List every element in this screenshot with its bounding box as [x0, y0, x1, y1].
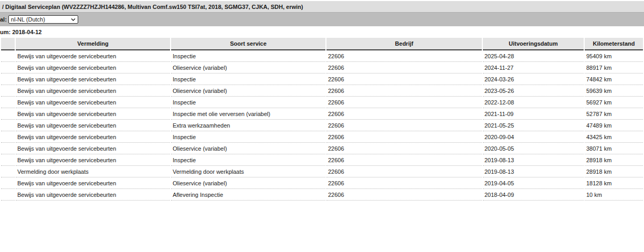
cell-uitvoeringsdatum: 2023-05-26 [483, 86, 584, 97]
row-marker-cell [1, 63, 15, 74]
cell-bedrijf: 22606 [326, 190, 482, 201]
cell-bedrijf: 22606 [326, 51, 482, 62]
language-select[interactable]: nl-NL (Dutch) [8, 15, 78, 24]
column-header-soort-service: Soort service [171, 38, 325, 50]
language-label: al: [0, 16, 7, 23]
cell-vermelding: Bewijs van uitgevoerde servicebeurten [16, 109, 170, 120]
cell-uitvoeringsdatum: 2021-05-25 [483, 121, 584, 131]
row-marker-cell [1, 155, 15, 166]
cell-uitvoeringsdatum: 2019-08-13 [483, 167, 584, 177]
table-body: Bewijs van uitgevoerde servicebeurtenIns… [1, 51, 643, 201]
cell-vermelding: Bewijs van uitgevoerde servicebeurten [16, 75, 170, 85]
table-row: Bewijs van uitgevoerde servicebeurtenOli… [1, 144, 643, 154]
table-row: Bewijs van uitgevoerde servicebeurtenIns… [1, 109, 643, 120]
table-row: Bewijs van uitgevoerde servicebeurtenIns… [1, 51, 643, 62]
cell-kilometerstand: 88917 km [585, 63, 643, 74]
cell-kilometerstand: 38071 km [585, 144, 643, 154]
cell-bedrijf: 22606 [326, 86, 482, 97]
cell-bedrijf: 22606 [326, 178, 482, 189]
column-header-vermelding: Vermelding [16, 38, 170, 50]
cell-soort_service: Vermelding door werkplaats [171, 167, 325, 177]
row-marker-cell [1, 98, 15, 108]
row-marker-cell [1, 178, 15, 189]
cell-kilometerstand: 95409 km [585, 51, 643, 62]
table-row: Bewijs van uitgevoerde servicebeurtenIns… [1, 132, 643, 143]
row-marker-cell [1, 109, 15, 120]
row-marker-cell [1, 51, 15, 62]
cell-bedrijf: 22606 [326, 75, 482, 85]
table-row: Bewijs van uitgevoerde servicebeurtenOli… [1, 178, 643, 189]
row-marker-cell [1, 190, 15, 201]
cell-uitvoeringsdatum: 2021-11-09 [483, 109, 584, 120]
report-date: um: 2018-04-12 [0, 29, 644, 35]
cell-soort_service: Inspectie [171, 132, 325, 143]
column-header-row-marker [1, 38, 15, 50]
row-marker-cell [1, 167, 15, 177]
cell-soort_service: Inspectie [171, 51, 325, 62]
cell-vermelding: Bewijs van uitgevoerde servicebeurten [16, 132, 170, 143]
cell-uitvoeringsdatum: 2025-04-28 [483, 51, 584, 62]
cell-soort_service: Olieservice (variabel) [171, 144, 325, 154]
cell-bedrijf: 22606 [326, 121, 482, 131]
row-marker-cell [1, 132, 15, 143]
cell-vermelding: Bewijs van uitgevoerde servicebeurten [16, 86, 170, 97]
cell-uitvoeringsdatum: 2019-04-05 [483, 178, 584, 189]
cell-soort_service: Extra werkzaamheden [171, 121, 325, 131]
table-row: Bewijs van uitgevoerde servicebeurtenExt… [1, 121, 643, 131]
column-header-bedrijf: Bedrijf [326, 38, 482, 50]
column-header-uitvoeringsdatum: Uitvoeringsdatum [483, 38, 584, 50]
table-header-row: VermeldingSoort serviceBedrijfUitvoering… [1, 38, 643, 50]
row-marker-cell [1, 75, 15, 85]
cell-soort_service: Inspectie [171, 155, 325, 166]
chevron-down-icon [71, 18, 76, 22]
cell-soort_service: Olieservice (variabel) [171, 63, 325, 74]
cell-bedrijf: 22606 [326, 144, 482, 154]
cell-soort_service: Inspectie met olie verversen (variabel) [171, 109, 325, 120]
column-header-kilometerstand: Kilometerstand [585, 38, 643, 50]
cell-kilometerstand: 59639 km [585, 86, 643, 97]
cell-uitvoeringsdatum: 2024-11-27 [483, 63, 584, 74]
cell-bedrijf: 22606 [326, 167, 482, 177]
table-row: Bewijs van uitgevoerde servicebeurtenOli… [1, 63, 643, 74]
table-row: Bewijs van uitgevoerde servicebeurtenIns… [1, 75, 643, 85]
cell-vermelding: Bewijs van uitgevoerde servicebeurten [16, 144, 170, 154]
cell-kilometerstand: 43425 km [585, 132, 643, 143]
language-select-value: nl-NL (Dutch) [11, 16, 45, 23]
cell-uitvoeringsdatum: 2020-05-05 [483, 144, 584, 154]
table-row: Vermelding door werkplaatsVermelding doo… [1, 167, 643, 177]
cell-soort_service: Inspectie [171, 98, 325, 108]
cell-bedrijf: 22606 [326, 63, 482, 74]
cell-soort_service: Olieservice (variabel) [171, 86, 325, 97]
cell-kilometerstand: 18128 km [585, 178, 643, 189]
title-bar: / Digitaal Serviceplan (WV2ZZZ7HZJH14428… [0, 1, 644, 13]
table-row: Bewijs van uitgevoerde servicebeurtenIns… [1, 155, 643, 166]
table-row: Bewijs van uitgevoerde servicebeurtenOli… [1, 86, 643, 97]
cell-vermelding: Vermelding door werkplaats [16, 167, 170, 177]
cell-soort_service: Inspectie [171, 75, 325, 85]
table-row: Bewijs van uitgevoerde servicebeurtenAfl… [1, 190, 643, 201]
cell-bedrijf: 22606 [326, 109, 482, 120]
cell-kilometerstand: 56927 km [585, 98, 643, 108]
cell-uitvoeringsdatum: 2018-04-09 [483, 190, 584, 201]
cell-kilometerstand: 28918 km [585, 155, 643, 166]
cell-vermelding: Bewijs van uitgevoerde servicebeurten [16, 98, 170, 108]
cell-uitvoeringsdatum: 2022-12-08 [483, 98, 584, 108]
cell-bedrijf: 22606 [326, 132, 482, 143]
table-row: Bewijs van uitgevoerde servicebeurtenIns… [1, 98, 643, 108]
cell-vermelding: Bewijs van uitgevoerde servicebeurten [16, 51, 170, 62]
cell-vermelding: Bewijs van uitgevoerde servicebeurten [16, 63, 170, 74]
cell-uitvoeringsdatum: 2020-09-04 [483, 132, 584, 143]
cell-vermelding: Bewijs van uitgevoerde servicebeurten [16, 121, 170, 131]
row-marker-cell [1, 121, 15, 131]
page-title: / Digitaal Serviceplan (WV2ZZZ7HZJH14428… [0, 4, 303, 10]
cell-kilometerstand: 74842 km [585, 75, 643, 85]
row-marker-cell [1, 144, 15, 154]
cell-soort_service: Aflevering Inspectie [171, 190, 325, 201]
row-marker-cell [1, 86, 15, 97]
cell-uitvoeringsdatum: 2019-08-13 [483, 155, 584, 166]
cell-vermelding: Bewijs van uitgevoerde servicebeurten [16, 178, 170, 189]
cell-kilometerstand: 52787 km [585, 109, 643, 120]
cell-vermelding: Bewijs van uitgevoerde servicebeurten [16, 190, 170, 201]
cell-kilometerstand: 28918 km [585, 167, 643, 177]
service-history-table: VermeldingSoort serviceBedrijfUitvoering… [0, 37, 644, 202]
